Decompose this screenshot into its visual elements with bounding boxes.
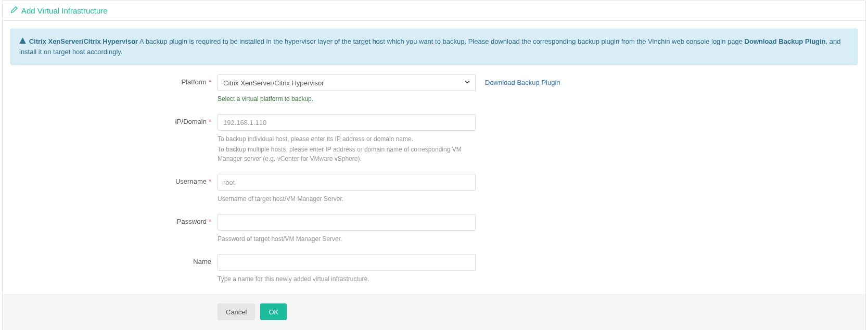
label-name-text: Name	[193, 258, 211, 265]
ok-button[interactable]: OK	[260, 303, 287, 320]
download-backup-plugin-link[interactable]: Download Backup Plugin	[485, 79, 560, 86]
label-name: Name	[10, 254, 218, 265]
label-username: Username*	[10, 174, 218, 185]
ip-domain-input[interactable]	[218, 114, 476, 131]
panel-footer: Cancel OK	[3, 295, 865, 330]
platform-select[interactable]	[218, 74, 476, 91]
row-platform: Platform* Select a virtual platform to b…	[10, 74, 858, 104]
alert-text-1: A backup plugin is required to be instal…	[138, 37, 744, 45]
password-help: Password of target host/VM Manager Serve…	[218, 234, 476, 244]
alert-bold-2: Download Backup Plugin	[745, 37, 826, 45]
name-help: Type a name for this newly added virtual…	[218, 274, 476, 284]
platform-select-value[interactable]	[218, 74, 476, 91]
panel-heading: Add Virtual Infrastructure	[3, 1, 865, 21]
page-title: Add Virtual Infrastructure	[21, 6, 108, 15]
row-username: Username* Username of target host/VM Man…	[10, 174, 858, 204]
required-mark: *	[209, 177, 211, 185]
info-alert: Citrix XenServer/Citrix Hypervisor A bac…	[10, 29, 858, 65]
cancel-button[interactable]: Cancel	[218, 303, 255, 320]
warning-icon	[19, 37, 29, 45]
label-ip: IP/Domain*	[10, 114, 218, 125]
edit-icon	[10, 6, 18, 15]
label-platform-text: Platform	[182, 78, 207, 86]
username-help: Username of target host/VM Manager Serve…	[218, 194, 476, 204]
ip-help-2: To backup multiple hosts, please enter I…	[218, 145, 476, 163]
panel-body: Citrix XenServer/Citrix Hypervisor A bac…	[3, 21, 865, 295]
password-input[interactable]	[218, 214, 476, 231]
username-input[interactable]	[218, 174, 476, 191]
platform-help: Select a virtual platform to backup.	[218, 95, 476, 104]
add-virtual-infrastructure-panel: Add Virtual Infrastructure Citrix XenSer…	[2, 0, 866, 330]
label-username-text: Username	[175, 177, 207, 185]
ip-help-1: To backup individual host, please enter …	[218, 134, 476, 144]
name-input[interactable]	[218, 254, 476, 271]
label-platform: Platform*	[10, 74, 218, 86]
required-mark: *	[209, 218, 211, 225]
label-ip-text: IP/Domain	[175, 118, 207, 125]
row-name: Name Type a name for this newly added vi…	[10, 254, 858, 284]
label-password-text: Password	[177, 218, 207, 225]
required-mark: *	[209, 78, 211, 86]
row-password: Password* Password of target host/VM Man…	[10, 214, 858, 244]
form: Platform* Select a virtual platform to b…	[10, 74, 858, 284]
label-password: Password*	[10, 214, 218, 225]
required-mark: *	[209, 118, 211, 125]
row-ip: IP/Domain* To backup individual host, pl…	[10, 114, 858, 163]
alert-bold-1: Citrix XenServer/Citrix Hypervisor	[29, 37, 138, 45]
